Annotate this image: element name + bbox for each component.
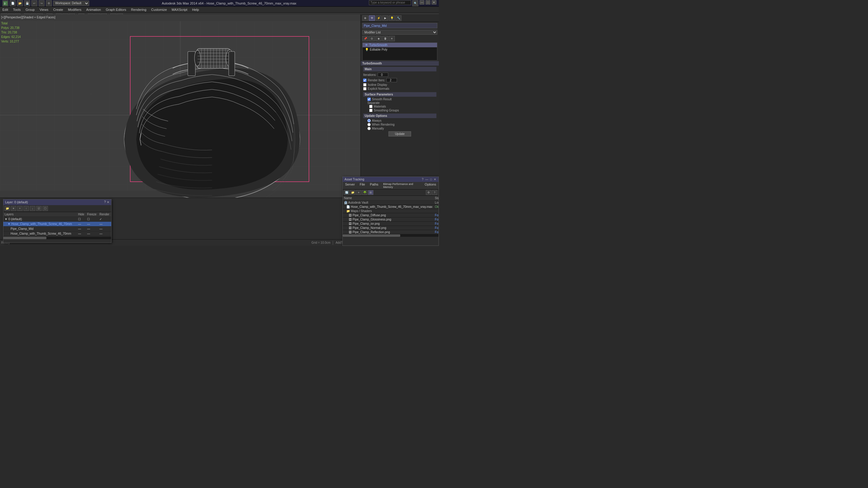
menu-create[interactable]: Create: [51, 7, 65, 12]
search-btn[interactable]: 🔍: [412, 0, 418, 6]
layers-deselect-btn[interactable]: ☐: [42, 206, 48, 211]
menu-graph-editors[interactable]: Graph Editors: [103, 7, 129, 12]
table-row[interactable]: 🖼 Pipe_Clamp_Glossiness.png Found: [343, 218, 438, 222]
layers-close-btn[interactable]: ✕: [107, 200, 110, 204]
explicit-normals-checkbox[interactable]: [363, 87, 367, 90]
table-row[interactable]: Hose_Clamp_with_Thumb_Screw_46_70mm — — …: [3, 231, 111, 236]
modifier-editable-poly[interactable]: 💡 Editable Poly: [363, 47, 437, 52]
smoothing-groups-checkbox[interactable]: [369, 109, 373, 112]
asset-close-btn[interactable]: ✕: [433, 178, 437, 181]
asset-minimize-btn[interactable]: —: [425, 178, 429, 181]
always-radio[interactable]: [367, 119, 371, 122]
layers-help-btn[interactable]: ?: [104, 200, 106, 204]
asset-list-view-btn[interactable]: ≡: [356, 190, 361, 195]
display-tab[interactable]: 💡: [389, 15, 395, 21]
turbosmooth-header[interactable]: TurboSmooth: [361, 61, 439, 66]
update-options-title[interactable]: Update Options: [363, 113, 436, 118]
when-rendering-radio[interactable]: [367, 123, 371, 126]
asset-menu-bitmap[interactable]: Bitmap Performance and Memory: [381, 182, 422, 189]
layers-add-btn[interactable]: +: [17, 206, 23, 211]
update-options-section: Update Options Always When Rendering Man…: [361, 113, 439, 138]
asset-detail-view-btn[interactable]: ⊞: [368, 190, 373, 195]
asset-help-btn[interactable]: ?: [421, 178, 424, 181]
layers-folder-icon[interactable]: 📁: [4, 206, 10, 211]
main-section-title[interactable]: Main: [363, 67, 436, 71]
open-btn[interactable]: 📂: [17, 0, 23, 6]
close-btn[interactable]: ✕: [432, 0, 436, 4]
table-row[interactable]: 🖼 Pipe_Clamp_Reflection.png Found: [343, 230, 438, 234]
asset-maximize-btn[interactable]: □: [430, 178, 433, 181]
object-name-field[interactable]: Pipe_Clamp_Mid: [362, 23, 437, 28]
show-end-btn[interactable]: ⊙: [369, 36, 375, 41]
new-btn[interactable]: 📄: [10, 0, 16, 6]
redo-btn[interactable]: ↪: [38, 0, 44, 6]
asset-set-path-btn[interactable]: 📁: [350, 190, 355, 195]
table-row[interactable]: ▼ Hose_Clamp_with_Thumb_Screw_46_70mm — …: [3, 222, 111, 227]
render-iters-checkbox[interactable]: [363, 78, 367, 82]
maximize-btn[interactable]: □: [426, 0, 430, 4]
layers-scrollbar-thumb[interactable]: [3, 237, 46, 239]
menu-maxscript[interactable]: MAXScript: [169, 7, 190, 12]
asset-menu-paths[interactable]: Paths: [367, 182, 381, 189]
layers-scrollbar[interactable]: [3, 237, 111, 239]
table-row[interactable]: 🖼 Pipe_Clamp_Diffuse.png Found: [343, 213, 438, 218]
menu-views[interactable]: Views: [37, 7, 51, 12]
table-row[interactable]: Pipe_Clamp_Mid — — —: [3, 227, 111, 231]
manually-radio[interactable]: [367, 127, 371, 130]
table-row[interactable]: 🖼 Pipe_Clamp_ior.png Found: [343, 222, 438, 226]
table-row[interactable]: 🖼 Pipe_Clamp_Normal.png Found: [343, 226, 438, 230]
app-icon[interactable]: 3: [2, 0, 8, 6]
smooth-result-checkbox[interactable]: [367, 98, 371, 101]
menu-edit[interactable]: Edit: [0, 7, 10, 12]
menu-group[interactable]: Group: [23, 7, 37, 12]
asset-scrollbar[interactable]: [343, 234, 438, 237]
menu-animation[interactable]: Animation: [84, 7, 103, 12]
menu-customize[interactable]: Customize: [149, 7, 169, 12]
isoline-checkbox[interactable]: [363, 83, 367, 87]
table-row[interactable]: 🏦 Autodesk Vault Logged...: [343, 201, 438, 205]
asset-extra-btn[interactable]: ⚙: [426, 190, 431, 195]
table-row[interactable]: 📄 Hose_Clamp_with_Thumb_Screw_46_70mm_ma…: [343, 205, 438, 209]
render-iters-spinbox[interactable]: [386, 78, 397, 82]
asset-menu-options[interactable]: Options: [422, 182, 438, 189]
modifier-list-dropdown[interactable]: Modifier List: [362, 30, 437, 35]
main-viewport[interactable]: [+][Perspective][Shaded + Edged Faces] T…: [0, 14, 361, 198]
modify-tab[interactable]: ⚒: [369, 15, 375, 21]
pin-stack-btn[interactable]: 📌: [362, 36, 368, 41]
menu-help[interactable]: Help: [190, 7, 202, 12]
modifier-light-icon: 💡: [365, 48, 369, 51]
table-row[interactable]: ▼ 0 (default) ☐ ☐ ✓: [3, 217, 111, 222]
asset-menu-file[interactable]: File: [357, 182, 367, 189]
workspace-dropdown[interactable]: Workspace: Default: [53, 1, 89, 6]
menu-rendering[interactable]: Rendering: [129, 7, 149, 12]
asset-refresh-btn[interactable]: 🔄: [344, 190, 349, 195]
menu-tools[interactable]: Tools: [10, 7, 23, 12]
asset-help-icon[interactable]: ?: [432, 190, 437, 195]
configure-sets-btn[interactable]: ≡: [389, 36, 395, 41]
hierarchy-tab[interactable]: ⚡: [375, 15, 381, 21]
iterations-spinbox[interactable]: [378, 73, 388, 77]
motion-tab[interactable]: ▶: [382, 15, 388, 21]
asset-menu-server[interactable]: Server: [343, 182, 357, 189]
right-panel-tabs: ⊕ ⚒ ⚡ ▶ 💡 🔧: [361, 14, 439, 22]
search-input[interactable]: [369, 0, 411, 5]
minimize-btn[interactable]: —: [420, 0, 424, 4]
create-tab[interactable]: ⊕: [362, 15, 368, 21]
asset-tree-view-btn[interactable]: 🌳: [362, 190, 367, 195]
table-row[interactable]: 📁 Maps / Shaders: [343, 209, 438, 213]
utilities-tab[interactable]: 🔧: [396, 15, 401, 21]
layers-delete-btn[interactable]: ✕: [11, 206, 16, 211]
modifier-turbosmooth[interactable]: 👁 TurboSmooth: [363, 43, 437, 47]
menu-modifiers[interactable]: Modifiers: [65, 7, 84, 12]
layers-select-btn[interactable]: ☑: [36, 206, 41, 211]
layers-move-up-btn[interactable]: ↑: [24, 206, 29, 211]
undo-btn[interactable]: ↩: [31, 0, 37, 6]
make-unique-btn[interactable]: ◈: [375, 36, 381, 41]
update-button[interactable]: Update: [389, 131, 411, 136]
materials-checkbox[interactable]: [369, 105, 373, 108]
layers-move-down-btn[interactable]: ↓: [30, 206, 35, 211]
surface-params-title[interactable]: Surface Parameters: [363, 92, 436, 97]
save-btn[interactable]: 💾: [24, 0, 30, 6]
asset-scrollbar-thumb[interactable]: [343, 234, 400, 237]
remove-modifier-btn[interactable]: 🗑: [382, 36, 388, 41]
